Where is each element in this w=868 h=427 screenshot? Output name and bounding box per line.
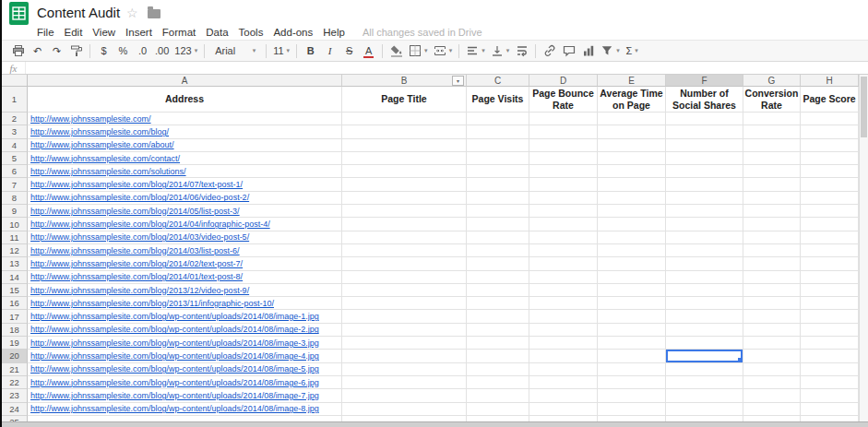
cell-D5[interactable] bbox=[529, 152, 598, 165]
cell-D19[interactable] bbox=[529, 337, 598, 350]
cell-H4[interactable] bbox=[801, 139, 859, 152]
cell-G13[interactable] bbox=[743, 257, 801, 270]
cell-A15[interactable]: http://www.johnssamplesite.com/blog/2013… bbox=[28, 284, 342, 297]
italic-button[interactable]: I bbox=[321, 42, 339, 60]
cell-D8[interactable] bbox=[529, 192, 598, 205]
cell-E14[interactable] bbox=[598, 271, 666, 284]
cell-A19[interactable]: http://www.johnssamplesite.com/blog/wp-c… bbox=[28, 337, 342, 350]
cell-E20[interactable] bbox=[598, 350, 666, 362]
cell-C20[interactable] bbox=[467, 350, 529, 362]
row-header-13[interactable]: 13 bbox=[2, 257, 28, 270]
cell-H23[interactable] bbox=[801, 389, 859, 402]
cell-H8[interactable] bbox=[801, 192, 859, 205]
font-family-select[interactable]: Arial▾ bbox=[209, 42, 261, 60]
cell-A22[interactable]: http://www.johnssamplesite.com/blog/wp-c… bbox=[28, 376, 342, 389]
cell-H3[interactable] bbox=[801, 125, 859, 138]
row-header-16[interactable]: 16 bbox=[2, 297, 28, 310]
insert-comment-button[interactable] bbox=[560, 42, 577, 60]
cell-G2[interactable] bbox=[743, 113, 801, 125]
cell-C22[interactable] bbox=[467, 376, 529, 389]
cell-A4[interactable]: http://www.johnssamplesite.com/about/ bbox=[28, 139, 342, 152]
saved-status[interactable]: All changes saved in Drive bbox=[363, 27, 482, 38]
cell-F14[interactable] bbox=[666, 271, 743, 284]
cell-G19[interactable] bbox=[743, 337, 801, 350]
cell-A25[interactable] bbox=[28, 416, 342, 421]
column-header-A[interactable]: A bbox=[28, 75, 342, 87]
cell-E21[interactable] bbox=[598, 363, 666, 376]
strikethrough-button[interactable]: S bbox=[340, 42, 358, 60]
formula-input[interactable] bbox=[26, 62, 868, 74]
cell-G14[interactable] bbox=[743, 271, 801, 284]
cell-F12[interactable] bbox=[666, 244, 743, 257]
cell-G9[interactable] bbox=[743, 205, 801, 218]
menu-item-format[interactable]: Format bbox=[162, 27, 196, 38]
cell-G6[interactable] bbox=[743, 165, 801, 178]
cell-B16[interactable] bbox=[342, 297, 467, 310]
more-formats-button[interactable]: 123▾ bbox=[172, 42, 199, 60]
cell-D21[interactable] bbox=[529, 363, 598, 376]
cell-A5[interactable]: http://www.johnssamplesite.com/contact/ bbox=[28, 152, 342, 165]
paint-format-button[interactable] bbox=[67, 42, 85, 60]
cell-H12[interactable] bbox=[801, 244, 859, 257]
font-size-select[interactable]: 11▾ bbox=[271, 42, 291, 60]
print-button[interactable] bbox=[9, 42, 27, 60]
cell-E23[interactable] bbox=[598, 389, 666, 402]
cell-C7[interactable] bbox=[467, 178, 529, 191]
cell-F11[interactable] bbox=[666, 231, 743, 244]
menu-item-file[interactable]: File bbox=[37, 27, 54, 38]
document-title[interactable]: Content Audit bbox=[37, 5, 120, 20]
cell-E2[interactable] bbox=[598, 113, 666, 125]
cell-G15[interactable] bbox=[743, 284, 801, 297]
cell-H19[interactable] bbox=[801, 337, 859, 350]
borders-button[interactable]: ▾ bbox=[407, 42, 430, 60]
cell-C21[interactable] bbox=[467, 363, 529, 376]
cell-B12[interactable] bbox=[342, 244, 467, 257]
row-header-24[interactable]: 24 bbox=[2, 403, 28, 416]
merge-cells-button[interactable]: ▾ bbox=[432, 42, 455, 60]
cell-C16[interactable] bbox=[467, 297, 529, 310]
cell-E22[interactable] bbox=[598, 376, 666, 389]
cell-H25[interactable] bbox=[801, 416, 859, 421]
row-header-11[interactable]: 11 bbox=[2, 231, 28, 244]
cell-G23[interactable] bbox=[743, 389, 801, 402]
fill-handle[interactable] bbox=[738, 358, 743, 362]
cell-F10[interactable] bbox=[666, 218, 743, 231]
cell-A8[interactable]: http://www.johnssamplesite.com/blog/2014… bbox=[28, 192, 342, 205]
cell-H21[interactable] bbox=[801, 363, 859, 376]
vertical-scrollbar[interactable] bbox=[859, 75, 868, 421]
format-percent-button[interactable]: % bbox=[114, 42, 132, 60]
cell-G21[interactable] bbox=[743, 363, 801, 376]
select-all-corner[interactable] bbox=[2, 75, 28, 87]
cell-D6[interactable] bbox=[529, 165, 598, 178]
row-header-9[interactable]: 9 bbox=[2, 205, 28, 218]
cell-A6[interactable]: http://www.johnssamplesite.com/solutions… bbox=[28, 165, 342, 178]
cell-E25[interactable] bbox=[598, 416, 666, 421]
filter-button[interactable]: ▾ bbox=[599, 42, 622, 60]
menu-item-addons[interactable]: Add-ons bbox=[273, 27, 313, 38]
text-color-button[interactable]: A bbox=[360, 42, 377, 60]
cell-G24[interactable] bbox=[743, 403, 801, 416]
cell-E6[interactable] bbox=[598, 165, 666, 178]
row-header-7[interactable]: 7 bbox=[2, 178, 28, 191]
undo-button[interactable]: ↶ bbox=[29, 42, 46, 60]
cell-H13[interactable] bbox=[801, 257, 859, 270]
cell-B2[interactable] bbox=[342, 113, 467, 125]
cell-F7[interactable] bbox=[666, 178, 743, 191]
cell-C17[interactable] bbox=[467, 310, 529, 323]
cell-E18[interactable] bbox=[598, 324, 666, 337]
cell-G3[interactable] bbox=[743, 125, 801, 138]
cell-E9[interactable] bbox=[598, 205, 666, 218]
row-header-20[interactable]: 20 bbox=[2, 350, 28, 362]
cell-D11[interactable] bbox=[529, 231, 598, 244]
format-currency-button[interactable]: $ bbox=[95, 42, 113, 60]
cell-C3[interactable] bbox=[467, 125, 529, 138]
column-header-F[interactable]: F bbox=[666, 75, 743, 87]
cell-C6[interactable] bbox=[467, 165, 529, 178]
cell-A9[interactable]: http://www.johnssamplesite.com/blog/2014… bbox=[28, 205, 342, 218]
cell-D9[interactable] bbox=[529, 205, 598, 218]
row-header-8[interactable]: 8 bbox=[2, 192, 28, 205]
cell-C1[interactable]: Page Visits bbox=[467, 87, 529, 113]
row-header-25[interactable]: 25 bbox=[2, 416, 28, 421]
cell-F8[interactable] bbox=[666, 192, 743, 205]
cell-C4[interactable] bbox=[467, 139, 529, 152]
